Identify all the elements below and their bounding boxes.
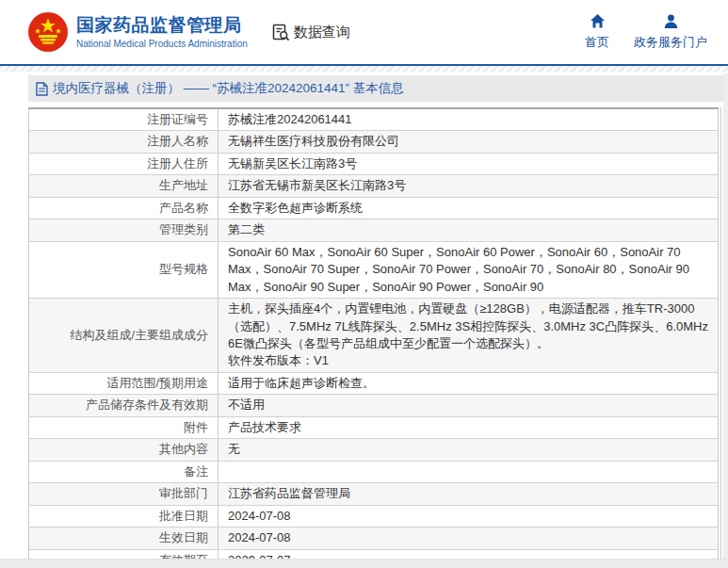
national-emblem-icon [28,12,68,52]
row-label: 型号规格 [29,241,218,298]
row-value: 苏械注准20242061441 [218,108,719,131]
row-value: 江苏省无锡市新吴区长江南路3号 [218,175,719,197]
row-value: 江苏省药品监督管理局 [218,483,719,505]
page-footer [0,559,728,568]
row-value: 2024-07-08 [218,505,719,527]
row-value [218,461,719,482]
row-value: 全数字彩色超声诊断系统 [218,197,719,219]
row-label: 备注 [29,461,218,482]
table-row: 附件 产品技术要求 [29,416,719,438]
row-label: 注册证编号 [29,108,218,131]
table-row: 其他内容 无 [29,439,719,461]
row-label: 注册人名称 [29,131,218,153]
registration-table: 注册证编号 苏械注准20242061441 注册人名称 无锡祥生医疗科技股份有限… [28,107,719,568]
site-logo[interactable]: 国家药品监督管理局 National Medical Products Admi… [28,12,248,52]
site-header: 国家药品监督管理局 National Medical Products Admi… [0,0,728,66]
nav-portal[interactable]: 政务服务门户 [634,13,707,51]
table-row: 注册人名称 无锡祥生医疗科技股份有限公司 [29,131,719,153]
row-label: 适用范围/预期用途 [29,372,218,394]
table-row: 管理类别 第二类 [29,219,719,241]
row-label: 审批部门 [29,483,218,505]
header-nav: 首页 政务服务门户 [585,13,707,51]
row-label: 生效日期 [29,527,218,549]
home-icon [590,13,606,29]
nav-portal-label: 政务服务门户 [634,34,707,51]
page-title-bar: 境内医疗器械（注册） —— “苏械注准20242061441” 基本信息 [28,75,723,102]
table-row: 备注 [29,461,719,482]
row-value: 产品技术要求 [218,416,719,438]
org-name-en: National Medical Products Administration [76,39,248,49]
table-row: 适用范围/预期用途 适用于临床超声诊断检查。 [29,372,719,394]
row-label: 附件 [29,416,218,438]
table-row: 型号规格 SonoAir 60 Max，SonoAir 60 Super，Son… [29,241,719,298]
row-label: 注册人住所 [29,153,218,174]
registration-table-wrap: 注册证编号 苏械注准20242061441 注册人名称 无锡祥生医疗科技股份有限… [28,107,721,568]
row-value: 无 [218,439,719,461]
row-value: 2024-07-08 [218,527,719,549]
page-title: 境内医疗器械（注册） —— “苏械注准20242061441” 基本信息 [53,80,404,97]
brand-text: 国家药品监督管理局 National Medical Products Admi… [76,15,248,49]
row-value: 适用于临床超声诊断检查。 [218,372,719,394]
user-icon [663,13,679,29]
row-value: 主机，探头插座4个，内置锂电池，内置硬盘（≥128GB），电源适配器，推车TR-… [218,299,719,373]
row-value: 无锡祥生医疗科技股份有限公司 [218,131,719,153]
row-label: 管理类别 [29,219,218,241]
row-value: SonoAir 60 Max，SonoAir 60 Super，SonoAir … [218,241,719,298]
table-row: 产品名称 全数字彩色超声诊断系统 [29,197,719,219]
table-row: 生产地址 江苏省无锡市新吴区长江南路3号 [29,175,719,197]
registration-table-body: 注册证编号 苏械注准20242061441 注册人名称 无锡祥生医疗科技股份有限… [29,108,719,568]
table-row: 生效日期 2024-07-08 [29,527,719,549]
row-label: 产品名称 [29,197,218,219]
table-row: 批准日期 2024-07-08 [29,505,719,527]
table-row: 结构及组成/主要组成成分 主机，探头插座4个，内置锂电池，内置硬盘（≥128GB… [29,299,719,373]
row-label: 批准日期 [29,505,218,527]
table-row: 注册人住所 无锡新吴区长江南路3号 [29,153,719,174]
row-label: 生产地址 [29,175,218,197]
scrollbar[interactable] [723,73,728,559]
row-value: 无锡新吴区长江南路3号 [218,153,719,174]
table-row: 产品储存条件及有效期 不适用 [29,395,719,416]
row-value: 第二类 [218,219,719,241]
data-query-nav[interactable]: 数据查询 [272,24,350,41]
row-value: 不适用 [218,395,719,416]
row-label: 产品储存条件及有效期 [29,395,218,416]
org-name-zh: 国家药品监督管理局 [76,15,248,36]
table-row: 注册证编号 苏械注准20242061441 [29,108,719,131]
document-icon [36,82,48,96]
table-row: 审批部门 江苏省药品监督管理局 [29,483,719,505]
nav-home[interactable]: 首页 [585,13,609,51]
nav-home-label: 首页 [585,34,609,51]
row-label: 结构及组成/主要组成成分 [29,299,218,373]
main-content: 境内医疗器械（注册） —— “苏械注准20242061441” 基本信息 注册证… [0,72,728,568]
data-query-label: 数据查询 [294,24,350,41]
data-query-icon [272,24,290,41]
row-label: 其他内容 [29,439,218,461]
